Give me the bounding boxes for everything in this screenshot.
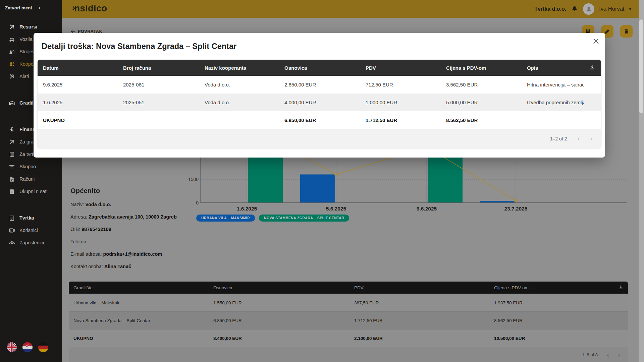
general-info-section: Općenito Naziv: Voda d.o.o. Adresa: Zagr… xyxy=(70,187,177,269)
x-tick-label: 5.6.2025 xyxy=(326,206,346,212)
field-kontakt: Kontakt osoba: Alina Tanač xyxy=(70,264,177,269)
sidebar-item-label: Resursi xyxy=(19,24,37,29)
pagination-label: 1–8 of 8 xyxy=(582,352,598,357)
table-row[interactable]: 1.6.20252025-051Voda d.o.o.4.000,00 EUR1… xyxy=(38,94,601,111)
euro-icon: € xyxy=(9,126,15,133)
table-total-row: UKUPNO6.850,00 EUR1.712,50 EUR8.562,50 E… xyxy=(38,111,601,129)
warehouse-icon xyxy=(9,100,15,106)
legend-chip-nova-stambena[interactable]: NOVA STAMBENA ZGRADA – SPLIT CENTAR xyxy=(259,215,349,222)
table-total-row: UKUPNO8.400,00 EUR2.100,00 EUR10.500,00 … xyxy=(69,329,628,347)
croatian-flag-icon[interactable] xyxy=(22,342,33,352)
sidebar-item-racuni[interactable]: Računi xyxy=(9,175,62,183)
sidebar-item-zaposlenici[interactable]: Zaposlenici xyxy=(9,239,62,246)
chevron-right-icon: › xyxy=(39,4,41,11)
close-menu-button[interactable]: Zatvori meni › xyxy=(0,0,62,10)
sidebar-item-label: Skupno xyxy=(19,164,36,169)
x-tick-label: 9.6.2025 xyxy=(417,206,437,212)
legend-chip-urbana-vila[interactable]: URBANA VILA – MAKSIMIR xyxy=(196,215,255,222)
sidebar-item-label: Računi xyxy=(19,176,35,182)
id-card-icon xyxy=(9,227,15,234)
x-tick-label: 1.6.2025 xyxy=(237,206,257,212)
svg-text:€: € xyxy=(10,126,13,132)
table-pagination: 1–8 of 8 ‹ › xyxy=(69,347,628,362)
user-avatar[interactable] xyxy=(583,3,594,15)
table-row[interactable]: Nova Stambena Zgrada – Split Centar6.850… xyxy=(69,311,628,329)
next-page-button[interactable]: › xyxy=(590,134,593,143)
tools-icon xyxy=(9,24,15,30)
people-icon xyxy=(9,240,15,246)
people-gear-icon xyxy=(9,61,15,67)
delete-button[interactable] xyxy=(620,25,633,38)
german-flag-icon[interactable] xyxy=(38,342,48,352)
download-button[interactable] xyxy=(584,64,601,71)
app-logo[interactable]: ›nsidico xyxy=(72,3,107,14)
sidebar-item-label: Korisnici xyxy=(19,228,38,233)
sidebar-item-ukupni-r-sati[interactable]: Ukupni r. sati xyxy=(9,188,62,195)
sidebar-item-label: Vozila xyxy=(19,37,33,42)
cost-chart: 1.6.20255.6.20259.6.202523.7.202501500 xyxy=(188,151,631,213)
field-telefon: Telefon: - xyxy=(70,239,177,244)
chart-bar xyxy=(428,151,463,203)
close-icon xyxy=(592,38,600,45)
tools-icon xyxy=(9,73,15,80)
sidebar-item-tvrtka[interactable]: Tvrtka xyxy=(9,214,62,222)
sidebar-item-label: Zaposlenici xyxy=(19,240,44,245)
tools-icon xyxy=(9,139,15,145)
y-tick-label: 1500 xyxy=(188,177,199,182)
modal-title: Detalji troška: Nova Stambena Zgrada – S… xyxy=(42,42,236,51)
pencil-icon xyxy=(604,28,610,35)
download-icon xyxy=(618,284,624,290)
table-row[interactable]: Urbana vila – Maksimir1.550,00 EUR387,50… xyxy=(69,294,628,311)
close-menu-label: Zatvori meni xyxy=(5,5,32,10)
next-page-button[interactable]: › xyxy=(618,351,621,359)
notifications-bell-icon[interactable] xyxy=(571,5,578,13)
building-icon xyxy=(9,215,15,221)
table-header-row: Gradilište Osnovica PDV Cijena s PDV-om xyxy=(69,282,628,294)
building-icon xyxy=(9,151,15,158)
filter-icon xyxy=(9,164,15,170)
cost-details-table: Datum Broj računa Naziv kooperanta Osnov… xyxy=(38,60,601,148)
table-header-row: Datum Broj računa Naziv kooperanta Osnov… xyxy=(38,60,601,76)
sidebar-item-label: Tvrtka xyxy=(19,215,34,221)
company-name: Tvrtka d.o.o. xyxy=(534,6,566,12)
y-tick-label: 0 xyxy=(196,200,199,205)
chevron-down-icon[interactable]: ▾ xyxy=(629,6,631,11)
field-oib: OIB: 98765432109 xyxy=(70,227,177,232)
trash-icon xyxy=(623,28,630,35)
x-tick-label: 23.7.2025 xyxy=(504,206,528,212)
close-button[interactable] xyxy=(592,38,600,45)
site-costs-table: Gradilište Osnovica PDV Cijena s PDV-om … xyxy=(69,282,628,362)
document-icon xyxy=(9,176,15,182)
person-icon xyxy=(585,5,592,13)
table-row[interactable]: 9.6.20252025-081Voda d.o.o.2.850,00 EUR7… xyxy=(38,76,601,94)
user-name[interactable]: Iva Horvat xyxy=(599,6,624,12)
app-header: ›nsidico Tvrtka d.o.o. Iva Horvat ▾ xyxy=(62,0,639,18)
chart-bar xyxy=(300,174,335,203)
general-heading: Općenito xyxy=(70,187,177,195)
sidebar-item-korisnici[interactable]: Korisnici xyxy=(9,227,62,234)
car-icon xyxy=(9,36,15,43)
previous-page-button[interactable]: ‹ xyxy=(577,134,580,143)
download-icon xyxy=(589,64,595,70)
language-switcher xyxy=(7,342,48,352)
previous-page-button[interactable]: ‹ xyxy=(606,351,609,359)
sidebar-item-resursi[interactable]: Resursi xyxy=(9,23,62,31)
chart-bar xyxy=(248,151,283,203)
sidebar-item-label: Ukupni r. sati xyxy=(19,189,48,194)
chart-line xyxy=(247,151,516,201)
field-naziv: Naziv: Voda d.o.o. xyxy=(70,202,177,207)
table-pagination: 1–2 of 2 ‹ › xyxy=(38,129,601,148)
download-button[interactable] xyxy=(613,284,628,291)
excavator-icon xyxy=(9,49,15,55)
cost-details-modal: Detalji troška: Nova Stambena Zgrada – S… xyxy=(34,33,605,158)
sidebar-item-skupno[interactable]: Skupno xyxy=(9,163,62,170)
vertical-scrollbar[interactable] xyxy=(639,0,644,362)
pagination-label: 1–2 of 2 xyxy=(550,136,567,141)
english-flag-icon[interactable] xyxy=(7,342,17,352)
field-adresa: Adresa: Zagrebačka avenija 100, 10000 Za… xyxy=(70,214,177,220)
field-email: E-mail adresa: podrska+1@insidico.com xyxy=(70,251,177,257)
sidebar-item-label: Alati xyxy=(19,74,29,79)
clipboard-icon xyxy=(9,188,15,195)
header-right: Tvrtka d.o.o. Iva Horvat ▾ xyxy=(534,0,631,18)
scrollbar-thumb[interactable] xyxy=(639,19,643,113)
